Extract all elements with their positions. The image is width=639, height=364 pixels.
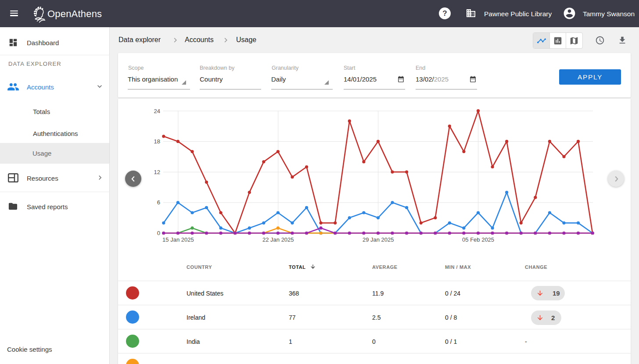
svg-text:29 Jan 2025: 29 Jan 2025 [363, 236, 394, 243]
svg-text:22 Jan 2025: 22 Jan 2025 [262, 236, 294, 243]
svg-text:05 Feb 2025: 05 Feb 2025 [462, 236, 494, 243]
svg-text:24: 24 [154, 108, 160, 114]
svg-text:0: 0 [157, 230, 160, 236]
svg-text:18: 18 [154, 138, 160, 145]
svg-text:12: 12 [154, 169, 160, 175]
svg-text:15 Jan 2025: 15 Jan 2025 [162, 236, 194, 243]
svg-text:6: 6 [157, 199, 160, 206]
